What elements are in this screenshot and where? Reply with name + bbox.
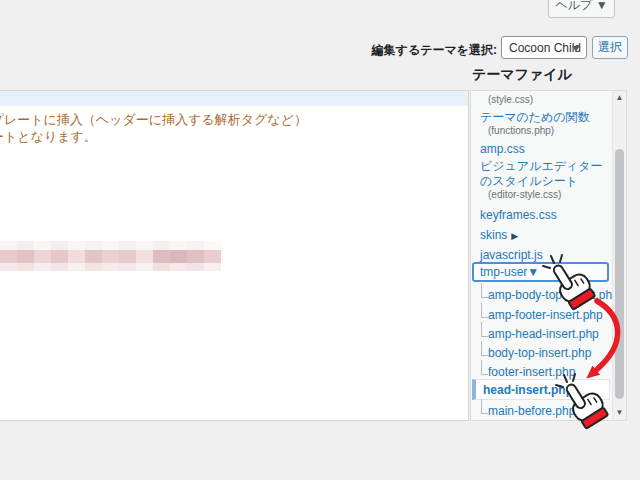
file-note-style-css[interactable]: (style.css) (488, 94, 533, 105)
file-link-main-before[interactable]: main-before.php (488, 404, 575, 418)
help-button[interactable]: ヘルプ ▼ (548, 0, 615, 18)
theme-files-title: テーマファイル (472, 66, 572, 84)
file-link-footer-insert[interactable]: footer-insert.php (488, 365, 575, 379)
theme-select-apply-label: 選択 (598, 39, 622, 56)
editor-top-highlight (0, 91, 468, 106)
tree-connector (481, 322, 488, 337)
theme-select-dropdown[interactable]: Cocoon Child (501, 36, 587, 59)
theme-select-value: Cocoon Child (509, 41, 581, 55)
file-link-amp-head-insert[interactable]: amp-head-insert.php (488, 327, 599, 341)
folder-skins[interactable]: skins▶ (480, 228, 518, 242)
expand-down-icon: ▼ (527, 265, 539, 279)
theme-files-panel: (style.css) テーマのための関数 (functions.php) am… (470, 90, 627, 421)
file-link-javascript[interactable]: javascript.js (480, 248, 543, 262)
file-link-editor-style[interactable]: ビジュアルエディターのスタイルシート (480, 159, 613, 189)
folder-tmp-user[interactable]: tmp-user▼ (472, 262, 609, 282)
file-link-functions[interactable]: テーマのための関数 (480, 109, 590, 126)
panel-scrollbar[interactable]: ▲ ▼ (612, 91, 626, 420)
file-link-body-top-insert[interactable]: body-top-insert.php (488, 346, 591, 360)
tree-connector (481, 283, 488, 298)
file-note-editor-style-css: (editor-style.css) (488, 189, 561, 200)
scroll-down-icon[interactable]: ▼ (613, 408, 626, 418)
file-link-amp-css[interactable]: amp.css (480, 142, 525, 156)
theme-select-label: 編集するテーマを選択: (330, 42, 497, 59)
file-link-amp-body-top-insert[interactable]: amp-body-top-insert.php (488, 288, 619, 302)
file-editor-area[interactable]: テンプレートに挿入（ヘッダーに挿入する解析タグなど） ートとなります。 (0, 90, 469, 421)
editor-comment-line-1: テンプレートに挿入（ヘッダーに挿入する解析タグなど） (0, 111, 307, 129)
tree-connector (481, 399, 488, 414)
scrollbar-thumb[interactable] (615, 149, 624, 399)
help-button-label: ヘルプ ▼ (555, 0, 607, 14)
tree-connector (481, 341, 488, 356)
tree-connector (481, 360, 488, 375)
theme-select-apply-button[interactable]: 選択 (592, 36, 628, 59)
redacted-text-mosaic (0, 241, 221, 271)
editor-comment-line-2: ートとなります。 (0, 128, 97, 146)
chevron-down-icon (572, 46, 580, 51)
file-link-head-insert-selected[interactable]: head-insert.php (472, 379, 610, 400)
expand-right-icon: ▶ (511, 231, 518, 241)
file-link-keyframes[interactable]: keyframes.css (480, 208, 557, 222)
file-link-amp-footer-insert[interactable]: amp-footer-insert.php (488, 308, 603, 322)
file-note-functions-php: (functions.php) (488, 125, 554, 136)
scroll-up-icon[interactable]: ▲ (613, 93, 626, 103)
tree-connector (481, 303, 488, 318)
